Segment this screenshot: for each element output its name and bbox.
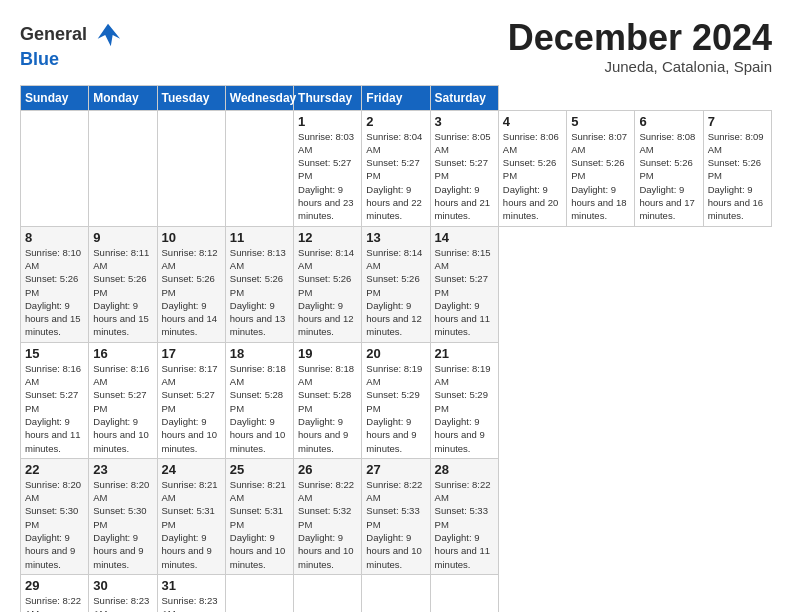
day-number: 30	[93, 578, 152, 593]
day-number: 6	[639, 114, 698, 129]
day-info: Sunrise: 8:17 AMSunset: 5:27 PMDaylight:…	[162, 362, 221, 455]
day-info: Sunrise: 8:09 AMSunset: 5:26 PMDaylight:…	[708, 130, 767, 223]
calendar-cell	[157, 110, 225, 226]
day-info: Sunrise: 8:08 AMSunset: 5:26 PMDaylight:…	[639, 130, 698, 223]
calendar-cell: 27Sunrise: 8:22 AMSunset: 5:33 PMDayligh…	[362, 458, 430, 574]
calendar-cell: 22Sunrise: 8:20 AMSunset: 5:30 PMDayligh…	[21, 458, 89, 574]
day-info: Sunrise: 8:14 AMSunset: 5:26 PMDaylight:…	[366, 246, 425, 339]
day-info: Sunrise: 8:23 AMSunset: 5:35 PMDaylight:…	[93, 594, 152, 612]
day-info: Sunrise: 8:22 AMSunset: 5:34 PMDaylight:…	[25, 594, 84, 612]
calendar-cell: 9Sunrise: 8:11 AMSunset: 5:26 PMDaylight…	[89, 226, 157, 342]
day-number: 21	[435, 346, 494, 361]
logo: General Blue	[20, 22, 122, 70]
day-number: 14	[435, 230, 494, 245]
calendar-cell: 6Sunrise: 8:08 AMSunset: 5:26 PMDaylight…	[635, 110, 703, 226]
day-number: 17	[162, 346, 221, 361]
calendar-cell: 28Sunrise: 8:22 AMSunset: 5:33 PMDayligh…	[430, 458, 498, 574]
day-info: Sunrise: 8:23 AMSunset: 5:36 PMDaylight:…	[162, 594, 221, 612]
day-info: Sunrise: 8:05 AMSunset: 5:27 PMDaylight:…	[435, 130, 494, 223]
calendar-cell: 12Sunrise: 8:14 AMSunset: 5:26 PMDayligh…	[294, 226, 362, 342]
calendar-cell: 13Sunrise: 8:14 AMSunset: 5:26 PMDayligh…	[362, 226, 430, 342]
col-header-sunday: Sunday	[21, 85, 89, 110]
day-number: 12	[298, 230, 357, 245]
calendar-cell: 1Sunrise: 8:03 AMSunset: 5:27 PMDaylight…	[294, 110, 362, 226]
calendar-cell: 15Sunrise: 8:16 AMSunset: 5:27 PMDayligh…	[21, 342, 89, 458]
day-info: Sunrise: 8:21 AMSunset: 5:31 PMDaylight:…	[162, 478, 221, 571]
day-number: 7	[708, 114, 767, 129]
day-info: Sunrise: 8:16 AMSunset: 5:27 PMDaylight:…	[25, 362, 84, 455]
col-header-tuesday: Tuesday	[157, 85, 225, 110]
day-number: 19	[298, 346, 357, 361]
month-title: December 2024	[508, 18, 772, 58]
logo-text-general: General	[20, 24, 87, 44]
calendar-cell: 20Sunrise: 8:19 AMSunset: 5:29 PMDayligh…	[362, 342, 430, 458]
calendar-cell	[225, 574, 293, 612]
calendar-cell	[362, 574, 430, 612]
col-header-thursday: Thursday	[294, 85, 362, 110]
day-number: 27	[366, 462, 425, 477]
calendar-cell: 25Sunrise: 8:21 AMSunset: 5:31 PMDayligh…	[225, 458, 293, 574]
day-number: 31	[162, 578, 221, 593]
day-number: 13	[366, 230, 425, 245]
calendar-cell: 30Sunrise: 8:23 AMSunset: 5:35 PMDayligh…	[89, 574, 157, 612]
day-number: 10	[162, 230, 221, 245]
day-number: 26	[298, 462, 357, 477]
calendar-cell	[21, 110, 89, 226]
calendar-cell: 19Sunrise: 8:18 AMSunset: 5:28 PMDayligh…	[294, 342, 362, 458]
day-number: 3	[435, 114, 494, 129]
calendar-cell: 8Sunrise: 8:10 AMSunset: 5:26 PMDaylight…	[21, 226, 89, 342]
day-number: 11	[230, 230, 289, 245]
calendar-cell	[225, 110, 293, 226]
day-info: Sunrise: 8:22 AMSunset: 5:33 PMDaylight:…	[435, 478, 494, 571]
title-block: December 2024 Juneda, Catalonia, Spain	[508, 18, 772, 75]
col-header-saturday: Saturday	[430, 85, 498, 110]
calendar-cell: 17Sunrise: 8:17 AMSunset: 5:27 PMDayligh…	[157, 342, 225, 458]
day-number: 15	[25, 346, 84, 361]
day-number: 5	[571, 114, 630, 129]
day-number: 29	[25, 578, 84, 593]
day-info: Sunrise: 8:10 AMSunset: 5:26 PMDaylight:…	[25, 246, 84, 339]
day-info: Sunrise: 8:22 AMSunset: 5:32 PMDaylight:…	[298, 478, 357, 571]
day-number: 18	[230, 346, 289, 361]
day-number: 22	[25, 462, 84, 477]
day-number: 4	[503, 114, 562, 129]
day-number: 20	[366, 346, 425, 361]
calendar-cell: 14Sunrise: 8:15 AMSunset: 5:27 PMDayligh…	[430, 226, 498, 342]
calendar-cell: 18Sunrise: 8:18 AMSunset: 5:28 PMDayligh…	[225, 342, 293, 458]
calendar-cell: 24Sunrise: 8:21 AMSunset: 5:31 PMDayligh…	[157, 458, 225, 574]
calendar-cell: 5Sunrise: 8:07 AMSunset: 5:26 PMDaylight…	[567, 110, 635, 226]
day-number: 28	[435, 462, 494, 477]
calendar-cell: 2Sunrise: 8:04 AMSunset: 5:27 PMDaylight…	[362, 110, 430, 226]
day-number: 9	[93, 230, 152, 245]
day-info: Sunrise: 8:18 AMSunset: 5:28 PMDaylight:…	[298, 362, 357, 455]
calendar-cell: 7Sunrise: 8:09 AMSunset: 5:26 PMDaylight…	[703, 110, 771, 226]
col-header-wednesday: Wednesday	[225, 85, 293, 110]
col-header-friday: Friday	[362, 85, 430, 110]
page-container: General Blue December 2024 Juneda, Catal…	[0, 0, 792, 612]
calendar-week-5: 29Sunrise: 8:22 AMSunset: 5:34 PMDayligh…	[21, 574, 772, 612]
header: General Blue December 2024 Juneda, Catal…	[20, 18, 772, 75]
day-info: Sunrise: 8:19 AMSunset: 5:29 PMDaylight:…	[366, 362, 425, 455]
day-info: Sunrise: 8:21 AMSunset: 5:31 PMDaylight:…	[230, 478, 289, 571]
calendar-cell	[89, 110, 157, 226]
day-info: Sunrise: 8:03 AMSunset: 5:27 PMDaylight:…	[298, 130, 357, 223]
day-info: Sunrise: 8:15 AMSunset: 5:27 PMDaylight:…	[435, 246, 494, 339]
day-info: Sunrise: 8:13 AMSunset: 5:26 PMDaylight:…	[230, 246, 289, 339]
calendar-cell: 26Sunrise: 8:22 AMSunset: 5:32 PMDayligh…	[294, 458, 362, 574]
day-info: Sunrise: 8:22 AMSunset: 5:33 PMDaylight:…	[366, 478, 425, 571]
col-header-monday: Monday	[89, 85, 157, 110]
calendar-week-4: 22Sunrise: 8:20 AMSunset: 5:30 PMDayligh…	[21, 458, 772, 574]
calendar-week-2: 8Sunrise: 8:10 AMSunset: 5:26 PMDaylight…	[21, 226, 772, 342]
day-info: Sunrise: 8:19 AMSunset: 5:29 PMDaylight:…	[435, 362, 494, 455]
svg-marker-0	[97, 24, 119, 46]
calendar-cell: 29Sunrise: 8:22 AMSunset: 5:34 PMDayligh…	[21, 574, 89, 612]
calendar-cell: 11Sunrise: 8:13 AMSunset: 5:26 PMDayligh…	[225, 226, 293, 342]
calendar-cell: 3Sunrise: 8:05 AMSunset: 5:27 PMDaylight…	[430, 110, 498, 226]
logo-text-blue: Blue	[20, 49, 59, 69]
day-info: Sunrise: 8:20 AMSunset: 5:30 PMDaylight:…	[93, 478, 152, 571]
day-number: 23	[93, 462, 152, 477]
calendar-week-1: 1Sunrise: 8:03 AMSunset: 5:27 PMDaylight…	[21, 110, 772, 226]
calendar-week-3: 15Sunrise: 8:16 AMSunset: 5:27 PMDayligh…	[21, 342, 772, 458]
day-info: Sunrise: 8:18 AMSunset: 5:28 PMDaylight:…	[230, 362, 289, 455]
calendar-cell: 4Sunrise: 8:06 AMSunset: 5:26 PMDaylight…	[498, 110, 566, 226]
